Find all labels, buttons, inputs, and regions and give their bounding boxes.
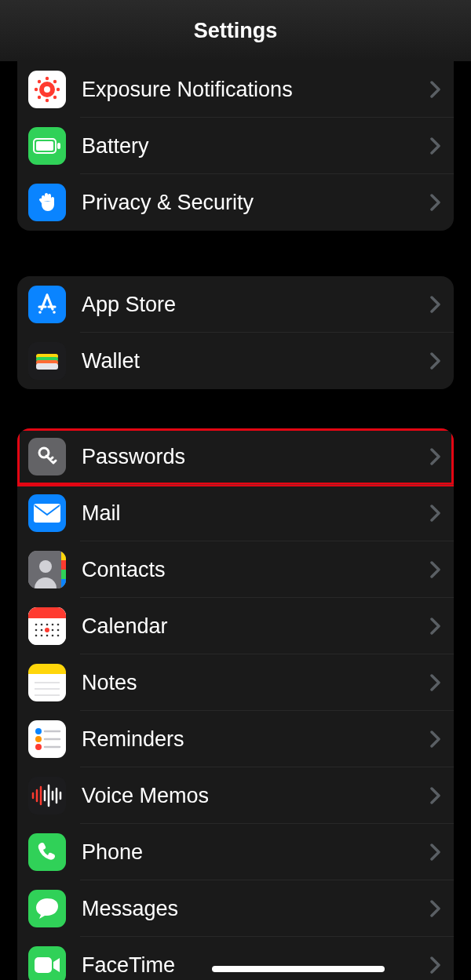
svg-point-40 (35, 635, 38, 637)
svg-rect-19 (36, 363, 58, 370)
row-label: Messages (82, 897, 430, 921)
svg-point-41 (41, 635, 43, 637)
row-label: Phone (82, 840, 430, 865)
svg-point-35 (57, 624, 60, 626)
app-store-icon (28, 286, 66, 323)
svg-point-42 (46, 635, 49, 637)
row-passwords[interactable]: Passwords (17, 428, 454, 485)
row-notes[interactable]: Notes (17, 654, 454, 711)
phone-icon (28, 833, 66, 871)
row-battery[interactable]: Battery (17, 118, 454, 174)
chevron-right-icon (430, 81, 441, 98)
chevron-right-icon (430, 956, 441, 974)
svg-point-50 (35, 736, 42, 742)
settings-group-apps: Passwords Mail (17, 428, 454, 980)
row-voice-memos[interactable]: Voice Memos (17, 767, 454, 824)
wallet-icon (28, 342, 66, 380)
row-label: Notes (82, 671, 430, 695)
svg-rect-22 (34, 504, 60, 523)
svg-point-4 (57, 88, 60, 91)
chevron-right-icon (430, 137, 441, 155)
svg-point-13 (38, 311, 42, 314)
svg-point-8 (53, 96, 57, 99)
row-label: Privacy & Security (82, 191, 430, 215)
row-label: Calendar (82, 614, 430, 639)
svg-point-36 (35, 629, 38, 632)
svg-rect-30 (28, 607, 66, 618)
chevron-right-icon (430, 352, 441, 370)
svg-rect-11 (36, 141, 53, 151)
battery-icon (28, 127, 66, 165)
row-reminders[interactable]: Reminders (17, 711, 454, 767)
row-exposure-notifications[interactable]: Exposure Notifications (17, 61, 454, 118)
svg-rect-12 (57, 143, 60, 149)
svg-point-39 (57, 629, 60, 632)
svg-point-31 (35, 624, 38, 626)
row-phone[interactable]: Phone (17, 824, 454, 880)
svg-point-5 (38, 80, 41, 83)
chevron-right-icon (430, 787, 441, 804)
row-messages[interactable]: Messages (17, 880, 454, 937)
svg-rect-26 (61, 560, 66, 570)
row-facetime[interactable]: FaceTime (17, 937, 454, 980)
settings-scroll[interactable]: Exposure Notifications Battery (0, 61, 471, 980)
svg-rect-27 (61, 570, 66, 579)
row-app-store[interactable]: App Store (17, 276, 454, 333)
reminders-icon (28, 720, 66, 758)
chevron-right-icon (430, 900, 441, 917)
chevron-right-icon (430, 674, 441, 691)
svg-point-44 (57, 635, 60, 637)
chevron-right-icon (430, 505, 441, 522)
chevron-right-icon (430, 561, 441, 578)
row-label: Wallet (82, 349, 430, 373)
row-label: Battery (82, 134, 430, 158)
header-bar: Settings (0, 0, 471, 61)
svg-point-43 (52, 635, 54, 637)
svg-rect-25 (61, 551, 66, 560)
svg-point-3 (35, 88, 38, 91)
row-label: Mail (82, 501, 430, 526)
svg-point-14 (53, 311, 56, 314)
svg-rect-63 (35, 957, 52, 973)
calendar-icon (28, 607, 66, 645)
voice-memos-icon (28, 777, 66, 814)
chevron-right-icon (430, 618, 441, 635)
exposure-notifications-icon (28, 71, 66, 108)
svg-point-49 (35, 728, 42, 734)
svg-point-32 (41, 624, 43, 626)
messages-icon (28, 890, 66, 927)
home-indicator[interactable] (212, 966, 385, 972)
chevron-right-icon (430, 194, 441, 211)
row-calendar[interactable]: Calendar (17, 598, 454, 654)
notes-icon (28, 664, 66, 701)
row-label: Exposure Notifications (82, 78, 430, 102)
row-label: App Store (82, 293, 430, 317)
contacts-icon (28, 551, 66, 588)
svg-point-21 (42, 451, 46, 454)
svg-point-37 (41, 629, 43, 632)
row-privacy-security[interactable]: Privacy & Security (17, 174, 454, 231)
facetime-icon (28, 946, 66, 980)
svg-point-34 (52, 624, 54, 626)
svg-point-24 (39, 560, 52, 573)
svg-rect-28 (61, 579, 66, 588)
svg-point-7 (38, 96, 41, 99)
row-wallet[interactable]: Wallet (17, 333, 454, 389)
row-mail[interactable]: Mail (17, 485, 454, 541)
svg-point-6 (53, 80, 57, 83)
svg-point-45 (45, 628, 49, 632)
row-label: Reminders (82, 727, 430, 752)
svg-point-2 (46, 99, 49, 102)
chevron-right-icon (430, 843, 441, 861)
mail-icon (28, 494, 66, 532)
chevron-right-icon (430, 448, 441, 465)
chevron-right-icon (430, 730, 441, 748)
page-title: Settings (194, 19, 278, 43)
row-label: Voice Memos (82, 784, 430, 808)
row-label: FaceTime (82, 953, 430, 978)
row-contacts[interactable]: Contacts (17, 541, 454, 598)
key-icon (28, 438, 66, 475)
svg-point-33 (46, 624, 49, 626)
svg-point-51 (35, 744, 42, 750)
hand-icon (28, 184, 66, 221)
